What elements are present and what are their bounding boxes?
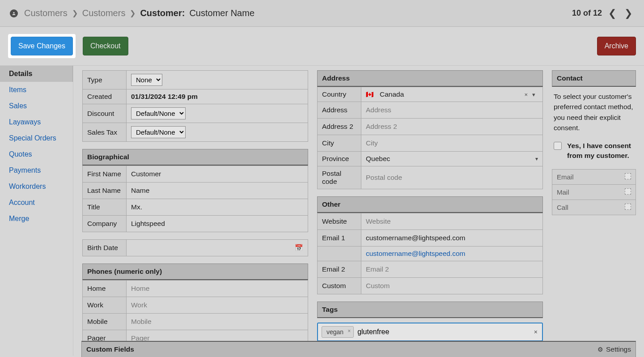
checkbox-icon (625, 173, 631, 179)
breadcrumb-page-name: Customer Name (189, 8, 254, 18)
contact-opt-email[interactable]: Email (552, 170, 636, 185)
address2-input[interactable] (366, 122, 538, 132)
last-name-label: Last Name (83, 183, 127, 199)
created-value: 01/31/2024 12:49 pm (131, 93, 198, 100)
title-input[interactable] (131, 202, 303, 212)
contact-header: Contact (552, 70, 636, 87)
sidenav: Details Items Sales Layaways Special Ord… (0, 66, 73, 356)
email1-label: Email 1 (318, 230, 361, 246)
gear-icon: ⚙ (597, 346, 603, 353)
title-label: Title (83, 199, 127, 216)
phone-mobile-label: Mobile (83, 314, 127, 330)
tag-chip-label: vegan (326, 328, 343, 336)
phone-home-label: Home (83, 280, 127, 297)
chevron-down-icon: ▾ (535, 156, 538, 162)
website-label: Website (318, 213, 361, 230)
tags-input-box[interactable]: vegan × × (317, 323, 543, 341)
custom-fields-title: Custom Fields (86, 345, 134, 353)
contact-opt-mail[interactable]: Mail (552, 185, 636, 200)
bio-header: Biographical (82, 149, 308, 166)
sidenav-item-quotes[interactable]: Quotes (0, 146, 73, 162)
tags-clear-icon[interactable]: × (534, 328, 538, 336)
flag-icon: 🇨🇦 (366, 91, 373, 98)
custom-label: Custom (318, 278, 361, 294)
tag-remove-icon[interactable]: × (347, 328, 351, 334)
custom-fields-settings-label: Settings (606, 345, 631, 353)
country-clear-icon[interactable]: × (524, 91, 528, 98)
address-input[interactable] (366, 105, 538, 115)
actionbar: Save Changes Checkout Archive (0, 27, 644, 66)
province-select[interactable]: Quebec ▾ (366, 155, 538, 163)
phone-mobile-input[interactable] (131, 317, 303, 327)
discount-select[interactable]: Default/None (131, 107, 186, 119)
email2-input[interactable] (366, 264, 538, 274)
address-header: Address (317, 70, 543, 87)
svg-point-0 (13, 12, 14, 13)
breadcrumb-page-label: Customer: (140, 8, 185, 18)
breadcrumb-root[interactable]: Customers (24, 8, 68, 18)
country-label: Country (318, 87, 361, 102)
postal-label: Postal code (318, 166, 361, 189)
city-label: City (318, 135, 361, 152)
pager-next-icon[interactable]: ❯ (623, 7, 634, 20)
archive-button[interactable]: Archive (597, 37, 636, 55)
chevron-right-icon: ❯ (72, 9, 78, 17)
type-select[interactable]: None (131, 74, 162, 86)
topbar: Customers ❯ Customers ❯ Customer: Custom… (0, 0, 644, 27)
consent-label: Yes, I have consent from my customer. (567, 141, 634, 160)
chevron-down-icon[interactable]: ▾ (532, 91, 535, 98)
tags-text-input[interactable] (357, 328, 538, 336)
other-header: Other (317, 196, 543, 213)
discount-label: Discount (83, 104, 127, 123)
sidenav-item-account[interactable]: Account (0, 195, 73, 211)
country-select[interactable]: 🇨🇦 Canada × ▾ (366, 90, 538, 98)
created-label: Created (83, 89, 127, 104)
sidenav-item-items[interactable]: Items (0, 82, 73, 98)
phones-header: Phones (numeric only) (82, 264, 308, 280)
birth-date-input[interactable] (131, 243, 295, 253)
birth-date-label: Birth Date (83, 240, 127, 256)
sidenav-item-special-orders[interactable]: Special Orders (0, 130, 73, 146)
first-name-label: First Name (83, 166, 127, 183)
pager-prev-icon[interactable]: ❮ (606, 7, 618, 20)
sidenav-item-layaways[interactable]: Layaways (0, 114, 73, 130)
checkbox-icon (625, 204, 631, 210)
tag-chip: vegan × (322, 326, 354, 338)
consent-checkbox[interactable] (554, 142, 562, 150)
last-name-input[interactable] (131, 186, 303, 196)
contact-options-table: Email Mail Call (552, 169, 636, 215)
address-label: Address (318, 102, 361, 119)
phone-work-label: Work (83, 297, 127, 314)
breadcrumb: Customers ❯ Customers ❯ Customer: Custom… (10, 8, 254, 18)
sidenav-item-merge[interactable]: Merge (0, 211, 73, 227)
detail-table: Type None Created 01/31/2024 12:49 pm Di… (82, 70, 308, 142)
city-input[interactable] (366, 138, 538, 148)
checkout-button[interactable]: Checkout (83, 37, 128, 55)
website-input[interactable] (366, 217, 538, 226)
custom-input[interactable] (366, 281, 538, 291)
contact-opt-call[interactable]: Call (552, 200, 636, 215)
country-value: Canada (380, 90, 404, 98)
calendar-icon[interactable]: 📅 (295, 244, 303, 252)
user-icon (10, 9, 18, 17)
sidenav-item-sales[interactable]: Sales (0, 98, 73, 114)
company-label: Company (83, 216, 127, 232)
tags-header: Tags (317, 302, 543, 318)
phone-home-input[interactable] (131, 284, 303, 293)
email1-link[interactable]: customername@lightspeed.com (366, 250, 466, 257)
sidenav-item-details[interactable]: Details (0, 66, 73, 82)
sidenav-item-workorders[interactable]: Workorders (0, 178, 73, 195)
postal-input[interactable] (366, 173, 538, 183)
salestax-select[interactable]: Default/None (131, 126, 186, 138)
company-input[interactable] (131, 219, 303, 229)
email1-input[interactable] (366, 233, 538, 243)
chevron-right-icon: ❯ (130, 9, 136, 17)
contact-blurb: To select your customer's preferred cont… (552, 90, 636, 134)
breadcrumb-section[interactable]: Customers (82, 8, 126, 18)
custom-fields-settings[interactable]: ⚙ Settings (597, 345, 631, 353)
phone-work-input[interactable] (131, 300, 303, 310)
first-name-input[interactable] (131, 169, 303, 179)
salestax-label: Sales Tax (83, 123, 127, 142)
save-changes-button[interactable]: Save Changes (11, 37, 73, 55)
sidenav-item-payments[interactable]: Payments (0, 162, 73, 178)
